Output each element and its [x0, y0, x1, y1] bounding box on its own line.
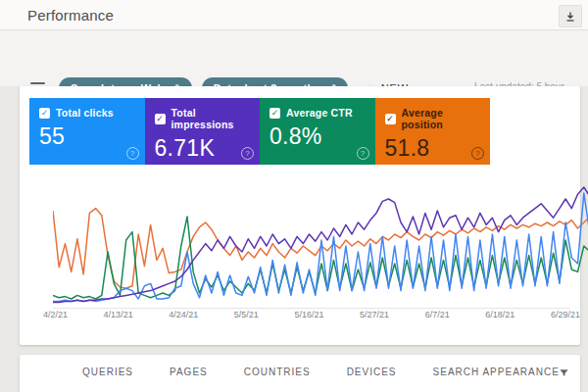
metric-value: 0.8% [270, 123, 366, 150]
x-axis-labels: 4/2/214/13/214/24/215/5/215/16/215/27/21… [43, 310, 580, 319]
total-impressions-checkbox-icon[interactable]: ✓ [155, 114, 166, 124]
metric-label: Total clicks [56, 107, 114, 119]
dimension-tabs: QUERIESPAGESCOUNTRIESDEVICESSEARCH APPEA… [82, 367, 588, 377]
header-bar: Performance [0, 0, 588, 30]
tab-countries[interactable]: COUNTRIES [244, 367, 311, 377]
x-tick-label: 4/24/21 [169, 310, 198, 319]
tab-pages[interactable]: PAGES [170, 367, 208, 377]
metric-card-total-impressions[interactable]: ✓Total impressions6.71K? [145, 98, 261, 165]
x-tick-label: 6/29/21 [551, 310, 580, 319]
x-tick-label: 6/18/21 [485, 310, 514, 319]
x-tick-label: 5/5/21 [234, 310, 259, 319]
table-filter-icon[interactable] [559, 365, 569, 382]
performance-panel: ✓Total clicks55?✓Total impressions6.71K?… [20, 86, 580, 345]
x-tick-label: 4/13/21 [104, 310, 133, 319]
metric-label: Average CTR [286, 107, 353, 119]
metric-card-average-ctr[interactable]: ✓Average CTR0.8%? [260, 98, 375, 165]
metric-value: 55 [39, 123, 135, 150]
chart-area [53, 178, 570, 309]
tab-search-appearance[interactable]: SEARCH APPEARANCE [433, 367, 560, 377]
dimensions-panel: QUERIESPAGESCOUNTRIESDEVICESSEARCH APPEA… [20, 355, 580, 392]
average-position-checkbox-icon[interactable]: ✓ [385, 114, 396, 124]
x-tick-label: 6/7/21 [425, 310, 450, 319]
download-button[interactable] [559, 5, 582, 27]
filter-bar: Search type: Web ✎ Date: Last 3 months ✎… [0, 30, 588, 86]
metric-value: 51.8 [385, 135, 481, 162]
tab-devices[interactable]: DEVICES [347, 367, 397, 377]
chart-series-ctr [53, 217, 588, 299]
metric-cards: ✓Total clicks55?✓Total impressions6.71K?… [29, 98, 490, 165]
help-icon[interactable]: ? [241, 147, 254, 160]
metric-card-average-position[interactable]: ✓Average position51.8? [375, 98, 491, 165]
x-tick-label: 5/27/21 [360, 310, 389, 319]
help-icon[interactable]: ? [126, 147, 139, 160]
average-ctr-checkbox-icon[interactable]: ✓ [270, 108, 280, 119]
metric-value: 6.71K [155, 135, 251, 162]
help-icon[interactable]: ? [471, 147, 484, 160]
metric-label: Average position [402, 107, 481, 130]
tab-queries[interactable]: QUERIES [82, 367, 133, 377]
page-title: Performance [27, 7, 114, 24]
download-icon [564, 11, 576, 23]
metric-label: Total impressions [172, 107, 251, 130]
metric-card-total-clicks[interactable]: ✓Total clicks55? [29, 98, 145, 165]
performance-chart [53, 178, 588, 308]
x-tick-label: 5/16/21 [294, 310, 323, 319]
x-tick-label: 4/2/21 [43, 310, 68, 319]
help-icon[interactable]: ? [357, 147, 369, 160]
total-clicks-checkbox-icon[interactable]: ✓ [39, 108, 50, 119]
